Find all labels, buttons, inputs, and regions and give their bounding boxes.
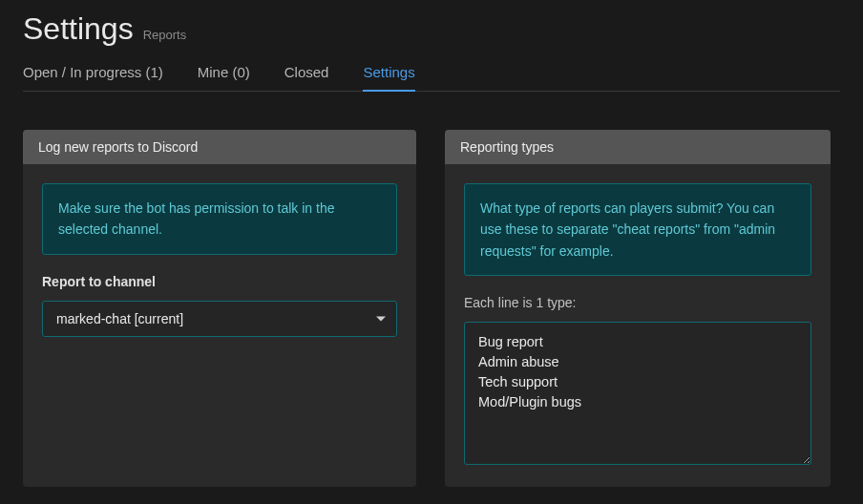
panel-types-title: Reporting types — [445, 130, 831, 164]
report-channel-label: Report to channel — [42, 274, 397, 289]
page-title: Settings — [23, 11, 134, 47]
tab-open-in-progress[interactable]: Open / In progress (1) — [23, 64, 163, 92]
discord-info-box: Make sure the bot has permission to talk… — [42, 183, 397, 255]
tab-closed[interactable]: Closed — [284, 64, 329, 92]
tab-mine[interactable]: Mine (0) — [198, 64, 250, 92]
panel-discord-title: Log new reports to Discord — [23, 130, 416, 164]
panel-discord-logging: Log new reports to Discord Make sure the… — [23, 130, 416, 487]
types-sub-label: Each line is 1 type: — [464, 295, 811, 310]
panel-reporting-types: Reporting types What type of reports can… — [445, 130, 831, 487]
report-channel-select[interactable]: marked-chat [current] — [42, 301, 397, 337]
breadcrumb: Reports — [143, 28, 187, 42]
tabs: Open / In progress (1) Mine (0) Closed S… — [23, 64, 840, 92]
tab-settings[interactable]: Settings — [363, 64, 414, 92]
types-info-box: What type of reports can players submit?… — [464, 183, 811, 276]
reporting-types-textarea[interactable] — [464, 322, 811, 465]
